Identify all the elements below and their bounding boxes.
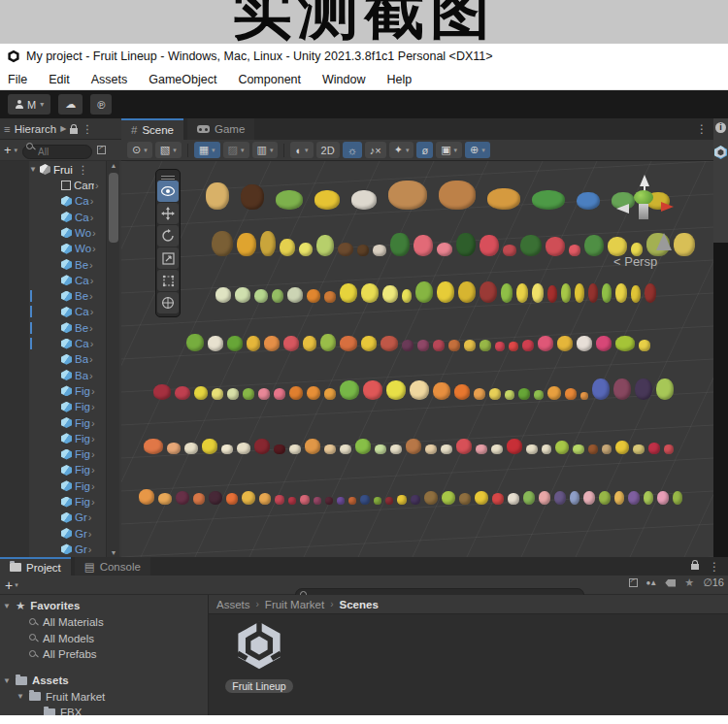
favorites-item-2[interactable]: All Prefabs [0,646,209,662]
chevron-down-icon[interactable]: ▾ [212,147,215,154]
rect-tool-button[interactable] [157,270,179,291]
scene-object[interactable] [547,386,561,400]
scene-object[interactable] [516,283,528,303]
rotate-tool-button[interactable] [157,225,179,247]
asset-item-fruit-lineup[interactable]: Fruit Lineup [221,618,297,694]
open-new-window-icon[interactable] [629,578,638,587]
expand-arrow-icon[interactable]: › [95,180,99,191]
add-object-button[interactable]: + [4,143,12,157]
scene-object[interactable] [175,386,190,400]
scene-object[interactable] [491,444,503,454]
scene-object[interactable] [592,378,610,400]
transform-tool-button[interactable] [157,292,179,313]
scene-object[interactable] [674,233,695,256]
scene-object[interactable] [340,380,359,400]
scene-object[interactable] [206,182,229,210]
expand-arrow-icon[interactable]: › [89,259,93,271]
scene-object[interactable] [254,439,270,454]
scene-object[interactable] [299,243,313,256]
scene-object[interactable] [523,491,535,505]
scene-object[interactable] [325,497,333,505]
kebab-menu-icon[interactable]: ⋮ [709,560,720,574]
scene-object[interactable] [539,491,550,505]
chevron-down-icon[interactable]: ▾ [270,147,274,154]
scene-object[interactable] [505,390,514,400]
hierarchy-item-fig-19[interactable]: Fig› [0,478,105,494]
scene-object[interactable] [577,336,592,351]
favorites-item-1[interactable]: All Models [0,631,209,646]
scene-object[interactable] [474,388,485,400]
scene-object[interactable] [184,443,198,454]
account-button[interactable]: M ▾ [8,94,50,115]
tab-project[interactable]: Project [0,557,71,576]
folder-item-fruit-market[interactable]: ▼Fruit Market [0,689,209,705]
scene-object[interactable] [577,192,600,210]
chevron-right-icon[interactable]: ▶ [60,124,66,133]
menu-item-edit[interactable]: Edit [49,73,70,86]
scene-object[interactable] [631,285,641,303]
chevron-down-icon[interactable]: ▾ [305,147,309,154]
scene-object[interactable] [458,281,476,303]
scene-object[interactable] [340,283,357,303]
hierarchy-item-wo-4[interactable]: Wo› [0,241,105,256]
scene-object[interactable] [402,289,412,303]
scene-object[interactable] [644,491,653,505]
hierarchy-item-ca-6[interactable]: Ca› [0,273,105,288]
scale-tool-button[interactable] [157,247,179,269]
cloud-button[interactable]: ☁ [58,94,83,115]
scene-object[interactable] [454,384,470,400]
shading-mode-button[interactable]: ◐▾ [290,142,313,158]
scene-object[interactable] [272,289,283,303]
expand-arrow-icon[interactable]: › [89,370,93,381]
menu-item-gameobject[interactable]: GameObject [149,73,216,86]
breadcrumb-assets[interactable]: Assets [216,599,250,610]
foldout-arrow-icon[interactable]: ▼ [3,676,11,685]
scene-object[interactable] [247,336,260,351]
scene-object[interactable] [656,378,674,400]
tool-handle-pivot-button[interactable]: ⊙▾ [127,142,152,158]
hierarchy-item-ba-11[interactable]: Ba› [0,351,105,367]
scene-object[interactable] [382,285,398,303]
scene-object[interactable] [509,342,518,351]
scene-object[interactable] [186,334,204,351]
scene-object[interactable] [602,283,612,303]
foldout-arrow-icon[interactable]: ▼ [29,165,37,174]
label-icon[interactable] [665,579,676,587]
scene-object[interactable] [439,181,476,210]
scene-object[interactable] [241,184,264,210]
scene-object[interactable] [475,491,488,505]
kebab-menu-icon[interactable]: ⋮ [78,163,89,177]
scene-object[interactable] [613,378,631,400]
scene-object[interactable] [411,495,420,505]
scene-object[interactable] [456,439,472,454]
scene-object[interactable] [584,235,604,256]
favorites-root[interactable]: ▼★Favorites [0,598,209,613]
scene-object[interactable] [406,439,421,454]
scene-object[interactable] [532,190,565,210]
expand-arrow-icon[interactable]: › [89,290,93,302]
scene-object[interactable] [215,287,231,303]
menu-item-assets[interactable]: Assets [91,73,128,86]
scene-object[interactable] [437,243,452,256]
scene-object[interactable] [526,444,538,454]
camera-settings-button[interactable]: ▣▾ [436,142,462,158]
menu-item-window[interactable]: Window [322,73,365,86]
scrollbar-thumb[interactable] [109,173,118,243]
scene-object[interactable] [534,390,544,400]
view-tool-button[interactable] [157,181,179,202]
scene-object[interactable] [226,493,238,505]
hierarchy-item-fig-14[interactable]: Fig› [0,399,105,414]
scene-object[interactable] [373,245,386,256]
scene-object[interactable] [361,336,377,351]
breadcrumb-scenes[interactable]: Scenes [340,599,379,610]
scene-object[interactable] [363,380,382,400]
menu-item-component[interactable]: Component [238,73,301,86]
expand-arrow-icon[interactable]: › [92,243,96,254]
filter-by-type-icon[interactable]: ●▲ [646,578,657,587]
scene-object[interactable] [480,235,499,256]
scene-object[interactable] [176,491,189,505]
foldout-arrow-icon[interactable]: ▼ [17,692,24,701]
scene-object[interactable] [480,340,491,351]
hierarchy-tab-label[interactable]: Hierarch [15,123,56,135]
gizmos-button[interactable]: ⊕▾ [465,142,490,158]
